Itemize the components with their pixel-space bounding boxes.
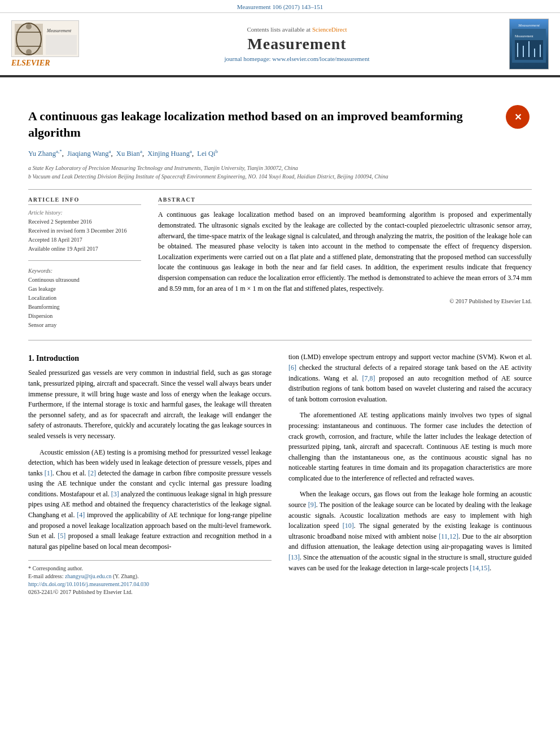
journal-title: Measurement — [90, 35, 504, 53]
abstract-col: ABSTRACT A continuous gas leakage locali… — [158, 196, 532, 330]
keyword-1: Continuous ultrasound — [28, 276, 141, 285]
keyword-6: Sensor array — [28, 321, 141, 330]
accepted-date: Accepted 18 April 2017 — [28, 235, 141, 244]
title-row: A continuous gas leakage localization me… — [28, 97, 532, 147]
footer-area: * Corresponding author. E-mail address: … — [28, 560, 272, 595]
copyright-line: © 2017 Published by Elsevier Ltd. — [158, 298, 532, 304]
info-abstract-section: ARTICLE INFO Article history: Received 2… — [28, 196, 532, 330]
abstract-label: ABSTRACT — [158, 196, 532, 205]
intro-para4: The aforementioned AE testing applicatio… — [288, 410, 532, 483]
svg-text:Measurement: Measurement — [46, 28, 72, 33]
intro-para2: Acoustic emission (AE) testing is a prom… — [28, 447, 272, 552]
received-revised-date: Received in revised form 3 December 2016 — [28, 226, 141, 235]
journal-header: Measurement ELSEVIER Contents lists avai… — [0, 13, 560, 76]
body-content: 1. Introduction Sealed pressurized gas v… — [28, 352, 532, 597]
keyword-5: Dispersion — [28, 312, 141, 321]
article-title: A continuous gas leakage localization me… — [28, 108, 469, 141]
history-label: Article history: — [28, 209, 141, 216]
issn-line: 0263-2241/© 2017 Published by Elsevier L… — [28, 589, 272, 595]
intro-para5: When the leakage occurs, gas flows out f… — [288, 489, 532, 573]
svg-rect-8 — [46, 35, 77, 55]
journal-center-block: Contents lists available at ScienceDirec… — [90, 26, 504, 62]
keywords-label: Keywords: — [28, 268, 141, 274]
authors-line: Yu Zhanga,*, Jiaqiang Wanga, Xu Biana, X… — [28, 147, 532, 159]
svg-point-5 — [26, 24, 32, 29]
abstract-text: A continuous gas leakage localization me… — [158, 209, 532, 294]
crossmark-circle — [506, 105, 530, 129]
journal-thumbnail: Measurement Measurement — [509, 19, 549, 69]
affiliation-a: a State Key Laboratory of Precision Meas… — [28, 164, 532, 172]
journal-homepage: journal homepage: www.elsevier.com/locat… — [90, 55, 504, 62]
corresponding-note: * Corresponding author. — [28, 565, 272, 571]
affiliation-b: b Vacuum and Leak Detecting Division Bei… — [28, 172, 532, 181]
intro-heading: 1. Introduction — [28, 354, 272, 363]
main-content: A continuous gas leakage localization me… — [0, 86, 560, 608]
doi-link[interactable]: http://dx.doi.org/10.1016/j.measurement.… — [28, 581, 149, 587]
keyword-2: Gas leakage — [28, 285, 141, 294]
email-line: E-mail address: zhangyu@tju.edu.cn (Y. Z… — [28, 573, 272, 579]
available-online-date: Available online 19 April 2017 — [28, 244, 141, 254]
elsevier-logo-block: Measurement ELSEVIER — [11, 20, 85, 68]
sciencedirect-link[interactable]: ScienceDirect — [312, 26, 347, 33]
intro-para1: Sealed pressurized gas vessels are very … — [28, 368, 272, 441]
two-col-body: 1. Introduction Sealed pressurized gas v… — [28, 352, 532, 597]
svg-point-6 — [26, 49, 32, 55]
keyword-4: Beamforming — [28, 303, 141, 312]
journal-citation: Measurement 106 (2017) 143–151 — [0, 0, 560, 13]
svg-text:Measurement: Measurement — [515, 34, 533, 38]
doi-line: http://dx.doi.org/10.1016/j.measurement.… — [28, 581, 272, 587]
body-left-col: 1. Introduction Sealed pressurized gas v… — [28, 352, 272, 597]
elsevier-label: ELSEVIER — [11, 59, 50, 68]
crossmark-logo — [504, 103, 532, 131]
article-info-label: ARTICLE INFO — [28, 196, 141, 205]
contents-available-line: Contents lists available at ScienceDirec… — [90, 26, 504, 33]
body-right-col: tion (LMD) envelope spectrum entropy and… — [288, 352, 532, 597]
received-date: Received 2 September 2016 — [28, 217, 141, 226]
elsevier-logo-image: Measurement — [11, 20, 79, 57]
keyword-3: Localization — [28, 294, 141, 303]
email-link[interactable]: zhangyu@tju.edu.cn — [65, 573, 112, 579]
affiliations: a State Key Laboratory of Precision Meas… — [28, 164, 532, 181]
article-info-col: ARTICLE INFO Article history: Received 2… — [28, 196, 141, 330]
intro-para3: tion (LMD) envelope spectrum entropy and… — [288, 352, 532, 404]
